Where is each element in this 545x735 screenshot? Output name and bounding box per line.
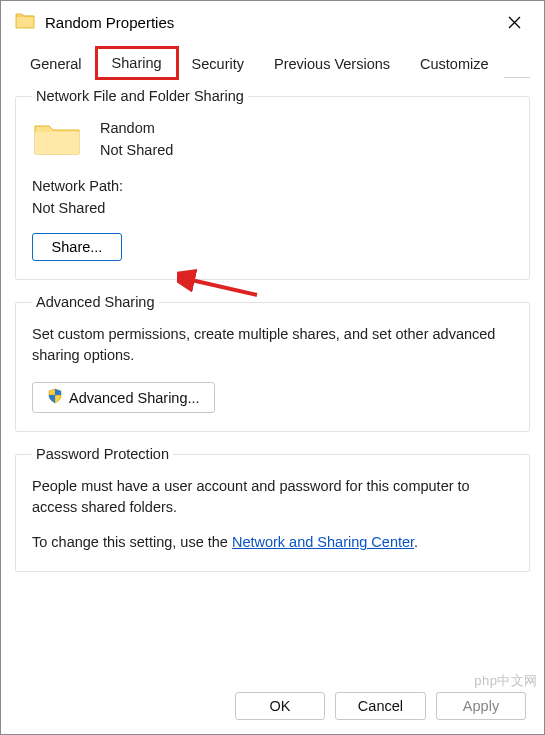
folder-icon	[15, 11, 35, 33]
group-network-sharing-legend: Network File and Folder Sharing	[32, 88, 248, 104]
tab-content-sharing: Network File and Folder Sharing Random N…	[15, 77, 530, 678]
network-path-label: Network Path:	[32, 176, 513, 197]
group-password-protection-legend: Password Protection	[32, 446, 173, 462]
tab-general[interactable]: General	[15, 49, 97, 78]
group-password-protection: Password Protection People must have a u…	[15, 446, 530, 572]
tab-customize[interactable]: Customize	[405, 49, 504, 78]
tab-sharing[interactable]: Sharing	[97, 48, 177, 78]
password-protection-change-text: To change this setting, use the Network …	[32, 532, 513, 553]
apply-button[interactable]: Apply	[436, 692, 526, 720]
change-prefix: To change this setting, use the	[32, 534, 232, 550]
dialog-title: Random Properties	[45, 14, 494, 31]
share-status: Not Shared	[100, 140, 173, 161]
advanced-sharing-button[interactable]: Advanced Sharing...	[32, 382, 215, 413]
change-suffix: .	[414, 534, 418, 550]
network-sharing-center-link[interactable]: Network and Sharing Center	[232, 534, 414, 550]
folder-icon-large	[32, 118, 82, 158]
dialog-footer: OK Cancel Apply	[1, 678, 544, 734]
network-path-value: Not Shared	[32, 198, 513, 219]
password-protection-description: People must have a user account and pass…	[32, 476, 513, 518]
close-button[interactable]	[494, 7, 534, 37]
tab-strip: General Sharing Security Previous Versio…	[1, 43, 544, 77]
ok-button[interactable]: OK	[235, 692, 325, 720]
cancel-button[interactable]: Cancel	[335, 692, 426, 720]
tab-security[interactable]: Security	[177, 49, 259, 78]
shield-icon	[47, 388, 63, 407]
group-advanced-sharing: Advanced Sharing Set custom permissions,…	[15, 294, 530, 432]
folder-name: Random	[100, 118, 173, 139]
title-bar: Random Properties	[1, 1, 544, 43]
close-icon	[508, 16, 521, 29]
group-advanced-sharing-legend: Advanced Sharing	[32, 294, 159, 310]
tab-previous-versions[interactable]: Previous Versions	[259, 49, 405, 78]
properties-dialog: Random Properties General Sharing Securi…	[0, 0, 545, 735]
watermark: php中文网	[474, 672, 538, 690]
advanced-sharing-button-label: Advanced Sharing...	[69, 390, 200, 406]
group-network-sharing: Network File and Folder Sharing Random N…	[15, 88, 530, 280]
share-button[interactable]: Share...	[32, 233, 122, 261]
advanced-sharing-description: Set custom permissions, create multiple …	[32, 324, 513, 366]
